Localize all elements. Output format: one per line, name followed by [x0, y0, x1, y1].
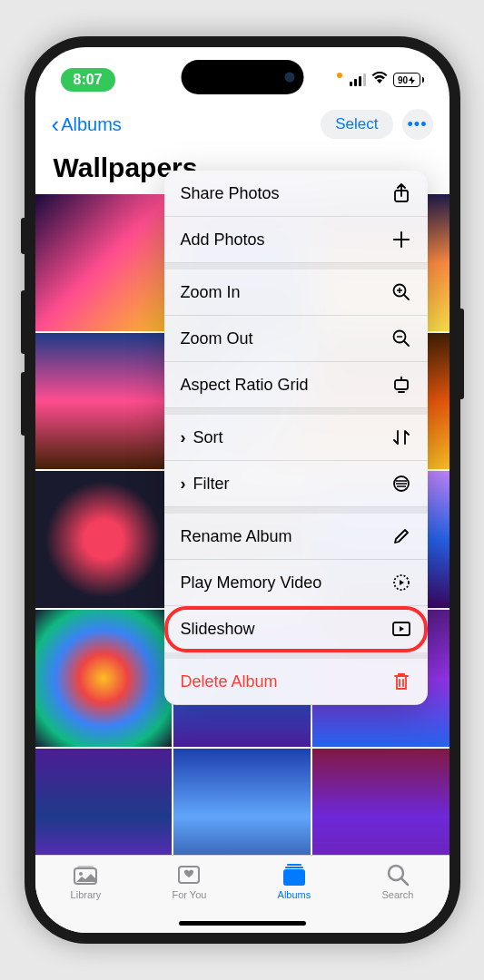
chevron-right-icon: › — [181, 475, 186, 494]
plus-icon — [391, 230, 411, 250]
memory-play-icon — [391, 573, 411, 593]
context-menu: Share Photos Add Photos Zoom In Zoom Out — [164, 171, 428, 705]
dynamic-island — [181, 60, 303, 94]
menu-add-photos[interactable]: Add Photos — [164, 217, 428, 263]
wifi-icon — [371, 72, 388, 88]
menu-slideshow[interactable]: Slideshow — [164, 606, 428, 652]
search-icon — [384, 863, 411, 887]
photo-thumbnail[interactable] — [35, 333, 173, 470]
back-label: Albums — [61, 114, 122, 135]
menu-aspect-ratio[interactable]: Aspect Ratio Grid — [164, 362, 428, 408]
svg-point-2 — [79, 872, 83, 876]
library-icon — [72, 863, 99, 887]
trash-icon — [391, 671, 411, 691]
select-button[interactable]: Select — [321, 110, 392, 139]
svg-rect-6 — [283, 869, 305, 886]
zoom-out-icon — [391, 328, 411, 348]
svg-line-11 — [404, 295, 409, 299]
tab-search[interactable]: Search — [382, 863, 414, 933]
svg-rect-5 — [285, 867, 303, 868]
photo-thumbnail[interactable] — [173, 749, 311, 855]
menu-zoom-in[interactable]: Zoom In — [164, 263, 428, 316]
photo-thumbnail[interactable] — [35, 194, 173, 331]
photo-thumbnail[interactable] — [35, 471, 173, 608]
for-you-icon — [175, 863, 202, 887]
phone-frame: 8:07 90 — [25, 36, 460, 944]
side-button — [460, 309, 464, 399]
cellular-signal-icon — [350, 74, 366, 86]
zoom-in-icon — [391, 282, 411, 302]
tab-label: Albums — [278, 889, 311, 900]
navigation-bar: ‹ Albums Select ••• — [35, 102, 449, 147]
back-button[interactable]: ‹ Albums — [52, 111, 122, 139]
mic-indicator-dot — [337, 73, 342, 78]
photo-thumbnail[interactable] — [35, 749, 173, 855]
photo-thumbnail[interactable] — [35, 610, 173, 747]
aspect-ratio-icon — [391, 375, 411, 395]
menu-filter[interactable]: ›Filter — [164, 461, 428, 507]
battery-icon: 90 — [393, 73, 424, 87]
tab-label: Library — [71, 889, 102, 900]
pencil-icon — [391, 526, 411, 546]
status-indicators: 90 — [337, 72, 424, 88]
screen: 8:07 90 — [35, 47, 449, 933]
tab-library[interactable]: Library — [71, 863, 102, 933]
slideshow-icon — [391, 619, 411, 639]
status-time: 8:07 — [61, 68, 115, 92]
menu-rename-album[interactable]: Rename Album — [164, 507, 428, 560]
svg-line-8 — [401, 878, 408, 885]
more-button[interactable]: ••• — [402, 109, 433, 140]
svg-rect-4 — [287, 864, 301, 866]
tab-label: For You — [172, 889, 206, 900]
menu-share-photos[interactable]: Share Photos — [164, 171, 428, 217]
photo-thumbnail[interactable] — [312, 749, 449, 855]
albums-icon — [281, 863, 308, 887]
svg-rect-1 — [77, 866, 94, 868]
tab-label: Search — [382, 889, 414, 900]
menu-delete-album[interactable]: Delete Album — [164, 652, 428, 705]
menu-play-memory[interactable]: Play Memory Video — [164, 560, 428, 606]
ellipsis-icon: ••• — [408, 115, 428, 134]
home-indicator[interactable] — [179, 921, 306, 926]
sort-icon — [391, 427, 411, 447]
battery-percent: 90 — [398, 75, 408, 85]
svg-rect-14 — [395, 380, 408, 389]
share-icon — [391, 183, 411, 203]
chevron-left-icon: ‹ — [52, 111, 60, 139]
svg-line-13 — [404, 341, 409, 346]
menu-sort[interactable]: ›Sort — [164, 408, 428, 461]
chevron-right-icon: › — [181, 428, 186, 447]
filter-icon — [391, 474, 411, 494]
menu-zoom-out[interactable]: Zoom Out — [164, 316, 428, 362]
